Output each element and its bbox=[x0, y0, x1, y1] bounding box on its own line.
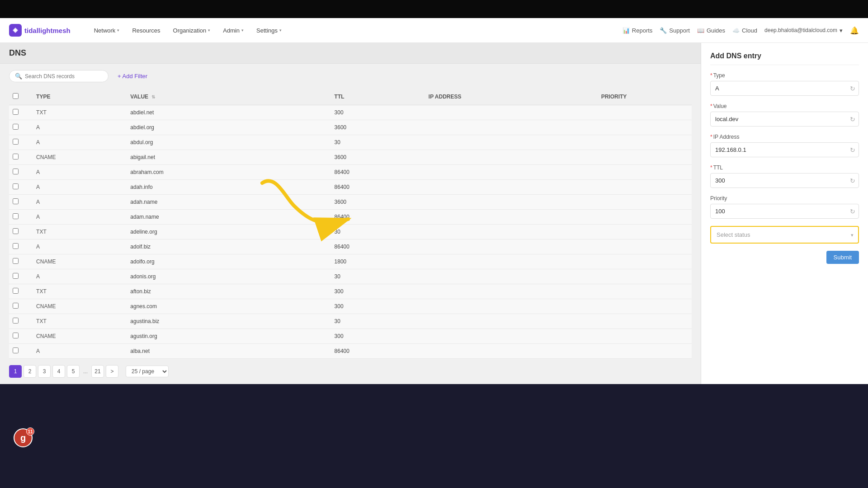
row-checkbox[interactable] bbox=[13, 318, 19, 324]
type-column-header[interactable]: TYPE bbox=[33, 89, 127, 105]
table-row: A abdiel.org 3600 bbox=[9, 120, 692, 135]
row-checkbox[interactable] bbox=[13, 169, 19, 174]
row-checkbox[interactable] bbox=[13, 109, 19, 115]
priority-input[interactable] bbox=[710, 204, 859, 219]
nav-item-settings[interactable]: Settings ▾ bbox=[251, 24, 287, 37]
bell-icon[interactable]: 🔔 bbox=[850, 26, 859, 35]
value-column-header[interactable]: Value ⇅ bbox=[127, 89, 330, 105]
checkbox-header[interactable] bbox=[9, 89, 33, 105]
row-checkbox-cell[interactable] bbox=[9, 150, 33, 165]
row-checkbox-cell[interactable] bbox=[9, 284, 33, 299]
row-ip-cell bbox=[425, 254, 598, 269]
row-checkbox[interactable] bbox=[13, 258, 19, 264]
row-checkbox[interactable] bbox=[13, 213, 19, 219]
page-button-2[interactable]: 2 bbox=[24, 365, 36, 378]
add-filter-button[interactable]: + Add Filter bbox=[114, 70, 151, 82]
ttl-input[interactable] bbox=[710, 173, 859, 188]
table-row: A adah.info 86400 bbox=[9, 180, 692, 195]
row-checkbox[interactable] bbox=[13, 347, 19, 353]
row-checkbox[interactable] bbox=[13, 154, 19, 160]
page-button-5[interactable]: 5 bbox=[67, 365, 80, 378]
row-checkbox-cell[interactable] bbox=[9, 105, 33, 120]
status-select[interactable]: Select status Active Inactive bbox=[711, 227, 858, 243]
per-page-select[interactable]: 25 / page 50 / page 100 / page bbox=[126, 366, 169, 377]
row-checkbox[interactable] bbox=[13, 243, 19, 249]
nav-user-email[interactable]: deep.bhalotia@tidalcloud.com ▾ bbox=[764, 27, 843, 34]
value-input[interactable] bbox=[710, 112, 859, 127]
row-checkbox-cell[interactable] bbox=[9, 195, 33, 210]
row-value-cell: adah.info bbox=[127, 180, 330, 195]
row-checkbox[interactable] bbox=[13, 333, 19, 338]
row-checkbox[interactable] bbox=[13, 139, 19, 145]
row-checkbox[interactable] bbox=[13, 288, 19, 294]
row-checkbox[interactable] bbox=[13, 124, 19, 130]
nav-item-organization[interactable]: Organization ▾ bbox=[168, 24, 216, 37]
ttl-column-header[interactable]: TTL bbox=[331, 89, 425, 105]
chevron-down-icon: ▾ bbox=[208, 28, 210, 33]
row-ip-cell bbox=[425, 180, 598, 195]
row-checkbox-cell[interactable] bbox=[9, 180, 33, 195]
nav-item-resources[interactable]: Resources bbox=[127, 24, 165, 37]
row-ip-cell bbox=[425, 314, 598, 329]
page-title: DNS bbox=[9, 48, 26, 57]
row-checkbox-cell[interactable] bbox=[9, 135, 33, 150]
nav-items: Network ▾ Resources Organization ▾ Admin… bbox=[89, 24, 623, 37]
row-checkbox-cell[interactable] bbox=[9, 225, 33, 239]
row-value-cell: abraham.com bbox=[127, 165, 330, 180]
row-value-cell: adam.name bbox=[127, 210, 330, 225]
nav-guides[interactable]: 📖 Guides bbox=[697, 27, 725, 34]
nav-reports[interactable]: 📊 Reports bbox=[623, 27, 653, 34]
row-checkbox-cell[interactable] bbox=[9, 120, 33, 135]
page-button-1[interactable]: 1 bbox=[9, 365, 22, 378]
row-checkbox-cell[interactable] bbox=[9, 329, 33, 344]
page-button-3[interactable]: 3 bbox=[38, 365, 51, 378]
ip-column-header[interactable]: IP Address bbox=[425, 89, 598, 105]
row-checkbox-cell[interactable] bbox=[9, 239, 33, 254]
page-button-4[interactable]: 4 bbox=[52, 365, 65, 378]
row-type-cell: CNAME bbox=[33, 299, 127, 314]
ip-input-wrapper: ↻ bbox=[710, 142, 859, 157]
priority-column-header[interactable]: Priority bbox=[598, 89, 692, 105]
row-checkbox-cell[interactable] bbox=[9, 299, 33, 314]
submit-button[interactable]: Submit bbox=[826, 251, 859, 264]
page-next-button[interactable]: > bbox=[106, 365, 118, 378]
svg-point-0 bbox=[14, 29, 17, 32]
ttl-clear-icon[interactable]: ↻ bbox=[850, 177, 855, 184]
ip-clear-icon[interactable]: ↻ bbox=[850, 146, 855, 154]
row-checkbox-cell[interactable] bbox=[9, 165, 33, 180]
nav-item-network[interactable]: Network ▾ bbox=[89, 24, 125, 37]
row-checkbox[interactable] bbox=[13, 228, 19, 234]
type-clear-icon[interactable]: ↻ bbox=[850, 85, 855, 92]
row-checkbox-cell[interactable] bbox=[9, 210, 33, 225]
row-value-cell: adolf.biz bbox=[127, 239, 330, 254]
row-priority-cell bbox=[598, 344, 692, 359]
row-checkbox-cell[interactable] bbox=[9, 269, 33, 284]
row-checkbox[interactable] bbox=[13, 183, 19, 189]
row-ip-cell bbox=[425, 150, 598, 165]
ip-input[interactable] bbox=[710, 142, 859, 157]
nav-cloud[interactable]: ☁️ Cloud bbox=[732, 27, 757, 34]
page-header: DNS bbox=[0, 43, 701, 64]
row-type-cell: A bbox=[33, 210, 127, 225]
type-field-group: *Type ↻ bbox=[710, 72, 859, 96]
logo-area[interactable]: tidallightmesh bbox=[9, 24, 71, 37]
nav-support[interactable]: 🔧 Support bbox=[660, 27, 690, 34]
row-checkbox-cell[interactable] bbox=[9, 344, 33, 359]
row-checkbox[interactable] bbox=[13, 198, 19, 204]
row-checkbox-cell[interactable] bbox=[9, 314, 33, 329]
row-checkbox[interactable] bbox=[13, 303, 19, 309]
value-clear-icon[interactable]: ↻ bbox=[850, 116, 855, 123]
row-priority-cell bbox=[598, 195, 692, 210]
page-button-last[interactable]: 21 bbox=[91, 365, 104, 378]
nav-item-admin[interactable]: Admin ▾ bbox=[217, 24, 249, 37]
search-input[interactable] bbox=[25, 73, 103, 80]
search-box[interactable]: 🔍 bbox=[9, 70, 108, 82]
type-input[interactable] bbox=[710, 81, 859, 96]
row-checkbox-cell[interactable] bbox=[9, 254, 33, 269]
table-row: A abraham.com 86400 bbox=[9, 165, 692, 180]
row-ttl-cell: 86400 bbox=[331, 165, 425, 180]
row-type-cell: A bbox=[33, 180, 127, 195]
row-checkbox[interactable] bbox=[13, 273, 19, 279]
select-all-checkbox[interactable] bbox=[13, 93, 19, 99]
priority-clear-icon[interactable]: ↻ bbox=[850, 208, 855, 215]
